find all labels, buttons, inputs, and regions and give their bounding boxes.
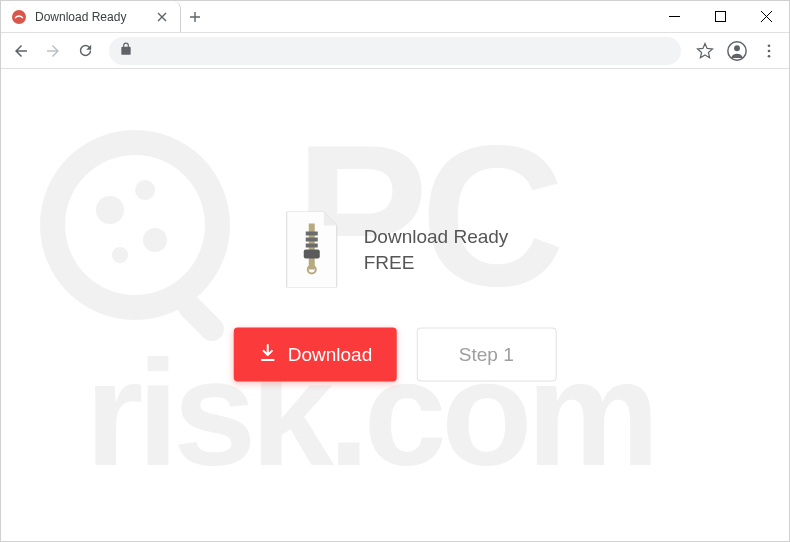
lock-icon [119,42,133,60]
download-button[interactable]: Download [234,328,397,382]
svg-point-0 [12,10,26,24]
svg-point-4 [768,44,771,47]
bookmark-star-icon[interactable] [691,37,719,65]
svg-point-12 [112,247,128,263]
svg-point-6 [768,54,771,57]
svg-point-5 [768,49,771,52]
svg-rect-13 [173,290,229,346]
svg-point-10 [135,180,155,200]
file-info-row: Download Ready FREE [234,212,557,288]
download-button-label: Download [288,344,373,366]
tab-close-icon[interactable] [154,9,170,25]
svg-rect-18 [306,238,318,242]
step-button[interactable]: Step 1 [416,328,556,382]
url-input[interactable] [109,37,681,65]
titlebar-spacer [209,1,651,32]
button-row: Download Step 1 [234,328,557,382]
step-button-label: Step 1 [459,344,514,366]
tab-title: Download Ready [35,10,146,24]
new-tab-button[interactable] [181,1,209,32]
svg-point-7 [40,130,230,320]
page-content: PC risk.com Download Rea [1,69,789,541]
svg-point-3 [734,45,740,51]
reload-button[interactable] [71,37,99,65]
svg-point-9 [96,196,124,224]
zip-file-icon [282,212,342,288]
svg-rect-1 [715,12,725,22]
minimize-button[interactable] [651,1,697,33]
address-bar [1,33,789,69]
window-controls [651,1,789,32]
back-button[interactable] [7,37,35,65]
svg-point-11 [143,228,167,252]
profile-avatar-icon[interactable] [723,37,751,65]
file-line2: FREE [364,250,509,276]
close-button[interactable] [743,1,789,33]
download-arrow-icon [258,342,278,367]
tab-favicon-icon [11,9,27,25]
svg-rect-17 [306,232,318,236]
main-content: Download Ready FREE Download Step 1 [234,212,557,382]
svg-rect-19 [306,244,318,248]
svg-rect-20 [304,250,320,259]
svg-point-8 [65,155,205,295]
browser-tab[interactable]: Download Ready [1,1,181,32]
window-titlebar: Download Ready [1,1,789,33]
forward-button[interactable] [39,37,67,65]
kebab-menu-icon[interactable] [755,37,783,65]
maximize-button[interactable] [697,1,743,33]
file-line1: Download Ready [364,224,509,250]
file-description: Download Ready FREE [364,224,509,275]
